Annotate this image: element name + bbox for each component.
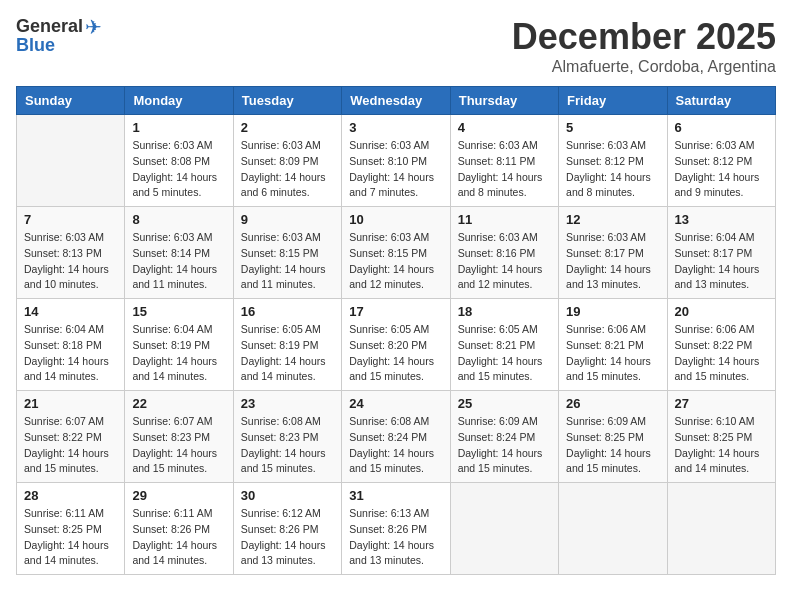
calendar-week-row: 7Sunrise: 6:03 AMSunset: 8:13 PMDaylight…	[17, 207, 776, 299]
calendar-cell: 8Sunrise: 6:03 AMSunset: 8:14 PMDaylight…	[125, 207, 233, 299]
day-number: 12	[566, 212, 659, 227]
day-info: Sunrise: 6:03 AMSunset: 8:08 PMDaylight:…	[132, 138, 225, 201]
calendar-cell: 9Sunrise: 6:03 AMSunset: 8:15 PMDaylight…	[233, 207, 341, 299]
calendar-week-row: 1Sunrise: 6:03 AMSunset: 8:08 PMDaylight…	[17, 115, 776, 207]
day-info: Sunrise: 6:13 AMSunset: 8:26 PMDaylight:…	[349, 506, 442, 569]
calendar-cell: 3Sunrise: 6:03 AMSunset: 8:10 PMDaylight…	[342, 115, 450, 207]
calendar-week-row: 28Sunrise: 6:11 AMSunset: 8:25 PMDayligh…	[17, 483, 776, 575]
day-number: 14	[24, 304, 117, 319]
day-info: Sunrise: 6:03 AMSunset: 8:16 PMDaylight:…	[458, 230, 551, 293]
logo-bird-icon: ✈	[85, 16, 102, 38]
day-number: 13	[675, 212, 768, 227]
day-info: Sunrise: 6:08 AMSunset: 8:23 PMDaylight:…	[241, 414, 334, 477]
day-number: 26	[566, 396, 659, 411]
calendar-cell: 5Sunrise: 6:03 AMSunset: 8:12 PMDaylight…	[559, 115, 667, 207]
calendar-cell: 17Sunrise: 6:05 AMSunset: 8:20 PMDayligh…	[342, 299, 450, 391]
day-info: Sunrise: 6:03 AMSunset: 8:10 PMDaylight:…	[349, 138, 442, 201]
calendar-cell: 18Sunrise: 6:05 AMSunset: 8:21 PMDayligh…	[450, 299, 558, 391]
day-number: 21	[24, 396, 117, 411]
day-info: Sunrise: 6:03 AMSunset: 8:15 PMDaylight:…	[349, 230, 442, 293]
calendar-cell: 19Sunrise: 6:06 AMSunset: 8:21 PMDayligh…	[559, 299, 667, 391]
logo-blue: Blue	[16, 36, 55, 56]
weekday-header-sunday: Sunday	[17, 87, 125, 115]
weekday-header-thursday: Thursday	[450, 87, 558, 115]
calendar-cell: 6Sunrise: 6:03 AMSunset: 8:12 PMDaylight…	[667, 115, 775, 207]
month-title: December 2025	[512, 16, 776, 58]
day-number: 16	[241, 304, 334, 319]
calendar-cell: 1Sunrise: 6:03 AMSunset: 8:08 PMDaylight…	[125, 115, 233, 207]
weekday-header-row: SundayMondayTuesdayWednesdayThursdayFrid…	[17, 87, 776, 115]
calendar-cell: 7Sunrise: 6:03 AMSunset: 8:13 PMDaylight…	[17, 207, 125, 299]
calendar-cell: 14Sunrise: 6:04 AMSunset: 8:18 PMDayligh…	[17, 299, 125, 391]
day-info: Sunrise: 6:07 AMSunset: 8:23 PMDaylight:…	[132, 414, 225, 477]
calendar-week-row: 21Sunrise: 6:07 AMSunset: 8:22 PMDayligh…	[17, 391, 776, 483]
calendar-cell: 21Sunrise: 6:07 AMSunset: 8:22 PMDayligh…	[17, 391, 125, 483]
calendar-cell: 22Sunrise: 6:07 AMSunset: 8:23 PMDayligh…	[125, 391, 233, 483]
day-number: 4	[458, 120, 551, 135]
day-info: Sunrise: 6:04 AMSunset: 8:18 PMDaylight:…	[24, 322, 117, 385]
calendar-cell: 28Sunrise: 6:11 AMSunset: 8:25 PMDayligh…	[17, 483, 125, 575]
calendar-cell	[450, 483, 558, 575]
day-info: Sunrise: 6:08 AMSunset: 8:24 PMDaylight:…	[349, 414, 442, 477]
day-info: Sunrise: 6:07 AMSunset: 8:22 PMDaylight:…	[24, 414, 117, 477]
calendar-cell: 2Sunrise: 6:03 AMSunset: 8:09 PMDaylight…	[233, 115, 341, 207]
calendar-cell: 16Sunrise: 6:05 AMSunset: 8:19 PMDayligh…	[233, 299, 341, 391]
day-info: Sunrise: 6:09 AMSunset: 8:25 PMDaylight:…	[566, 414, 659, 477]
day-info: Sunrise: 6:04 AMSunset: 8:17 PMDaylight:…	[675, 230, 768, 293]
calendar-cell: 12Sunrise: 6:03 AMSunset: 8:17 PMDayligh…	[559, 207, 667, 299]
calendar-cell: 10Sunrise: 6:03 AMSunset: 8:15 PMDayligh…	[342, 207, 450, 299]
day-info: Sunrise: 6:03 AMSunset: 8:13 PMDaylight:…	[24, 230, 117, 293]
day-info: Sunrise: 6:11 AMSunset: 8:25 PMDaylight:…	[24, 506, 117, 569]
calendar-table: SundayMondayTuesdayWednesdayThursdayFrid…	[16, 86, 776, 575]
day-info: Sunrise: 6:05 AMSunset: 8:20 PMDaylight:…	[349, 322, 442, 385]
location-title: Almafuerte, Cordoba, Argentina	[512, 58, 776, 76]
day-number: 25	[458, 396, 551, 411]
day-number: 8	[132, 212, 225, 227]
day-info: Sunrise: 6:05 AMSunset: 8:19 PMDaylight:…	[241, 322, 334, 385]
weekday-header-monday: Monday	[125, 87, 233, 115]
day-number: 11	[458, 212, 551, 227]
day-number: 23	[241, 396, 334, 411]
calendar-week-row: 14Sunrise: 6:04 AMSunset: 8:18 PMDayligh…	[17, 299, 776, 391]
day-info: Sunrise: 6:04 AMSunset: 8:19 PMDaylight:…	[132, 322, 225, 385]
day-number: 30	[241, 488, 334, 503]
calendar-cell	[17, 115, 125, 207]
day-number: 27	[675, 396, 768, 411]
day-number: 15	[132, 304, 225, 319]
day-info: Sunrise: 6:12 AMSunset: 8:26 PMDaylight:…	[241, 506, 334, 569]
calendar-cell: 24Sunrise: 6:08 AMSunset: 8:24 PMDayligh…	[342, 391, 450, 483]
calendar-cell: 23Sunrise: 6:08 AMSunset: 8:23 PMDayligh…	[233, 391, 341, 483]
day-info: Sunrise: 6:06 AMSunset: 8:21 PMDaylight:…	[566, 322, 659, 385]
day-info: Sunrise: 6:03 AMSunset: 8:09 PMDaylight:…	[241, 138, 334, 201]
day-number: 7	[24, 212, 117, 227]
day-info: Sunrise: 6:11 AMSunset: 8:26 PMDaylight:…	[132, 506, 225, 569]
calendar-cell: 25Sunrise: 6:09 AMSunset: 8:24 PMDayligh…	[450, 391, 558, 483]
day-number: 18	[458, 304, 551, 319]
calendar-cell: 13Sunrise: 6:04 AMSunset: 8:17 PMDayligh…	[667, 207, 775, 299]
calendar-cell: 27Sunrise: 6:10 AMSunset: 8:25 PMDayligh…	[667, 391, 775, 483]
day-info: Sunrise: 6:03 AMSunset: 8:17 PMDaylight:…	[566, 230, 659, 293]
calendar-cell	[667, 483, 775, 575]
day-number: 2	[241, 120, 334, 135]
logo: General ✈ Blue	[16, 16, 102, 56]
day-number: 3	[349, 120, 442, 135]
day-number: 20	[675, 304, 768, 319]
calendar-cell: 26Sunrise: 6:09 AMSunset: 8:25 PMDayligh…	[559, 391, 667, 483]
day-info: Sunrise: 6:03 AMSunset: 8:11 PMDaylight:…	[458, 138, 551, 201]
day-number: 31	[349, 488, 442, 503]
calendar-cell: 11Sunrise: 6:03 AMSunset: 8:16 PMDayligh…	[450, 207, 558, 299]
day-number: 22	[132, 396, 225, 411]
day-number: 9	[241, 212, 334, 227]
day-info: Sunrise: 6:05 AMSunset: 8:21 PMDaylight:…	[458, 322, 551, 385]
day-info: Sunrise: 6:03 AMSunset: 8:15 PMDaylight:…	[241, 230, 334, 293]
weekday-header-wednesday: Wednesday	[342, 87, 450, 115]
day-number: 1	[132, 120, 225, 135]
day-number: 5	[566, 120, 659, 135]
day-info: Sunrise: 6:03 AMSunset: 8:12 PMDaylight:…	[566, 138, 659, 201]
day-number: 6	[675, 120, 768, 135]
weekday-header-saturday: Saturday	[667, 87, 775, 115]
day-number: 24	[349, 396, 442, 411]
calendar-cell: 20Sunrise: 6:06 AMSunset: 8:22 PMDayligh…	[667, 299, 775, 391]
calendar-cell: 4Sunrise: 6:03 AMSunset: 8:11 PMDaylight…	[450, 115, 558, 207]
header: General ✈ Blue December 2025 Almafuerte,…	[16, 16, 776, 76]
